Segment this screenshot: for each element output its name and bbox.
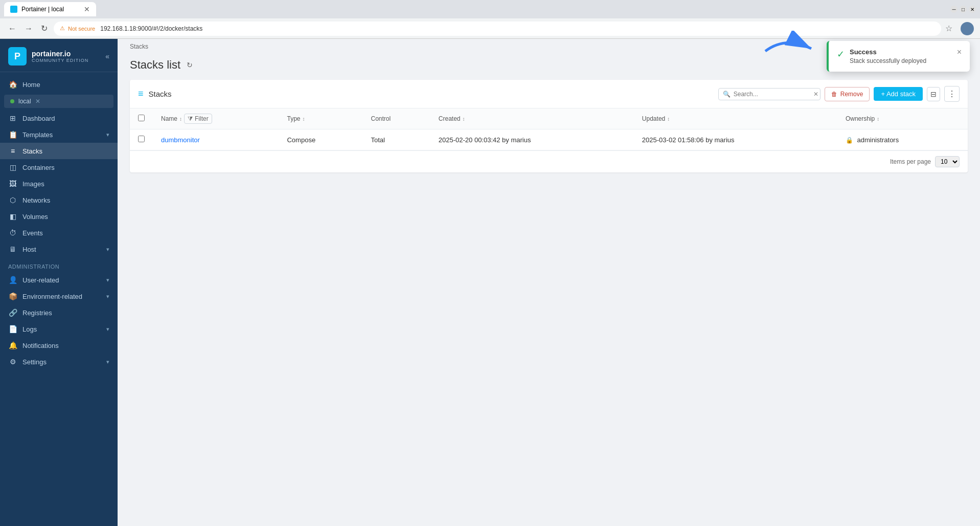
ownership-sort-icon[interactable]: ↕	[877, 116, 879, 122]
type-sort-icon[interactable]: ↕	[302, 116, 305, 122]
sidebar-item-user-related[interactable]: 👤 User-related ▾	[0, 272, 118, 288]
sidebar-item-volumes[interactable]: ◧ Volumes	[0, 208, 118, 225]
remove-label: Remove	[840, 91, 863, 98]
window-close-button[interactable]: ✕	[969, 6, 976, 13]
th-created-label: Created	[439, 115, 461, 122]
sidebar-item-label: Logs	[22, 325, 101, 333]
admin-section-label: Administration	[0, 257, 118, 272]
row-type-cell: Compose	[279, 129, 362, 150]
trash-icon: 🗑	[831, 91, 837, 98]
stacks-section-icon: ≡	[138, 89, 144, 99]
sidebar-item-notifications[interactable]: 🔔 Notifications	[0, 337, 118, 354]
back-button[interactable]: ←	[6, 22, 18, 35]
sidebar-logo: P portainer.io COMMUNITY EDITION «	[0, 39, 118, 72]
table-header-row: Name ↕ ⧩ Filter Type	[130, 108, 968, 129]
address-bar[interactable]: ⚠ Not secure 192.168.1.18:9000/#!/2/dock…	[54, 21, 941, 36]
toast-container: ✓ Success Stack successfully deployed ×	[827, 41, 970, 72]
more-options-button[interactable]: ⋮	[944, 86, 960, 102]
stack-name-link[interactable]: dumbmonitor	[161, 136, 200, 144]
sidebar-item-home[interactable]: 🏠 Home	[0, 76, 118, 93]
notifications-icon: 🔔	[8, 341, 17, 349]
sidebar-item-label: Environment-related	[22, 293, 101, 300]
search-input[interactable]	[734, 91, 810, 98]
logs-chevron: ▾	[106, 326, 109, 333]
search-icon: 🔍	[723, 91, 731, 98]
settings-chevron: ▾	[106, 359, 109, 365]
view-toggle-button[interactable]: ⊟	[927, 87, 940, 101]
th-control: Control	[363, 108, 430, 129]
table-section-title: Stacks	[149, 90, 172, 98]
bookmark-icon[interactable]: ☆	[945, 24, 952, 33]
table-row: dumbmonitor Compose Total 2025-02-20 00:…	[130, 129, 968, 150]
refresh-button[interactable]: ↻	[187, 61, 193, 69]
add-stack-label: + Add stack	[881, 90, 916, 98]
sidebar-item-label: Notifications	[22, 342, 109, 349]
sidebar: P portainer.io COMMUNITY EDITION « 🏠 Hom…	[0, 39, 118, 526]
tab-close-button[interactable]: ✕	[84, 5, 90, 13]
sidebar-item-label: Stacks	[22, 147, 109, 155]
forward-button[interactable]: →	[22, 22, 35, 35]
filter-button[interactable]: ⧩ Filter	[184, 114, 212, 124]
search-clear-button[interactable]: ✕	[813, 91, 818, 98]
env-close-button[interactable]: ✕	[35, 98, 40, 105]
environment-selector[interactable]: local ✕	[4, 95, 113, 108]
filter-icon: ⧩	[188, 115, 193, 122]
row-ownership-cell: 🔒 administrators	[837, 129, 968, 150]
sidebar-item-settings[interactable]: ⚙ Settings ▾	[0, 354, 118, 370]
sidebar-collapse-button[interactable]: «	[105, 52, 109, 60]
sidebar-item-host[interactable]: 🖥 Host ▾	[0, 241, 118, 257]
window-minimize-button[interactable]: ─	[950, 6, 958, 13]
th-created: Created ↕	[430, 108, 634, 129]
sidebar-item-label: Registries	[22, 309, 109, 317]
row-checkbox-cell	[130, 129, 153, 150]
profile-avatar[interactable]	[961, 22, 974, 35]
sidebar-item-images[interactable]: 🖼 Images	[0, 176, 118, 192]
search-box[interactable]: 🔍 ✕	[718, 88, 821, 100]
sidebar-item-label: Dashboard	[22, 115, 109, 122]
sidebar-item-label: Settings	[22, 358, 101, 366]
sort-icon[interactable]: ↕	[179, 116, 182, 122]
main-content: Stacks Stacks list ↻ ≡ Stacks 🔍 ✕	[118, 39, 980, 526]
table-title-area: ≡ Stacks	[138, 89, 172, 99]
select-all-checkbox[interactable]	[138, 115, 145, 121]
sidebar-item-logs[interactable]: 📄 Logs ▾	[0, 321, 118, 337]
logs-icon: 📄	[8, 325, 17, 333]
reload-button[interactable]: ↻	[39, 21, 50, 35]
sidebar-item-containers[interactable]: ◫ Containers	[0, 159, 118, 176]
toast-close-button[interactable]: ×	[957, 48, 962, 56]
sidebar-item-label: Events	[22, 229, 109, 237]
table-header: ≡ Stacks 🔍 ✕ 🗑 Remove	[130, 80, 968, 108]
created-sort-icon[interactable]: ↕	[463, 116, 465, 122]
environment-icon: 📦	[8, 292, 17, 300]
settings-icon: ⚙	[8, 358, 17, 366]
remove-button[interactable]: 🗑 Remove	[825, 87, 870, 101]
row-updated-cell: 2025-03-02 01:58:06 by marius	[634, 129, 837, 150]
th-type-label: Type	[287, 115, 300, 122]
sidebar-item-registries[interactable]: 🔗 Registries	[0, 304, 118, 321]
updated-sort-icon[interactable]: ↕	[667, 116, 670, 122]
env-name: local	[18, 98, 31, 105]
volumes-icon: ◧	[8, 212, 17, 221]
row-created-cell: 2025-02-20 00:03:42 by marius	[430, 129, 634, 150]
stacks-table-card: ≡ Stacks 🔍 ✕ 🗑 Remove	[130, 80, 968, 172]
templates-icon: 📋	[8, 130, 17, 139]
row-checkbox[interactable]	[138, 136, 145, 142]
logo-title: portainer.io	[32, 50, 88, 58]
sidebar-item-networks[interactable]: ⬡ Networks	[0, 192, 118, 208]
sidebar-item-stacks[interactable]: ≡ Stacks	[0, 143, 118, 159]
add-stack-button[interactable]: + Add stack	[874, 87, 923, 101]
toast-message: Stack successfully deployed	[850, 57, 952, 64]
filter-label: Filter	[195, 115, 209, 122]
address-text: 192.168.1.18:9000/#!/2/docker/stacks	[100, 25, 202, 32]
ownership-value: administrators	[857, 136, 899, 144]
sidebar-item-dashboard[interactable]: ⊞ Dashboard	[0, 110, 118, 126]
items-per-page-select[interactable]: 10 25 50	[935, 156, 960, 167]
sidebar-item-environment-related[interactable]: 📦 Environment-related ▾	[0, 288, 118, 304]
user-chevron: ▾	[106, 277, 109, 283]
sidebar-item-templates[interactable]: 📋 Templates ▾	[0, 126, 118, 143]
th-select-all	[130, 108, 153, 129]
window-maximize-button[interactable]: □	[960, 6, 967, 13]
sidebar-item-events[interactable]: ⏱ Events	[0, 225, 118, 241]
containers-icon: ◫	[8, 163, 17, 171]
images-icon: 🖼	[8, 180, 17, 188]
